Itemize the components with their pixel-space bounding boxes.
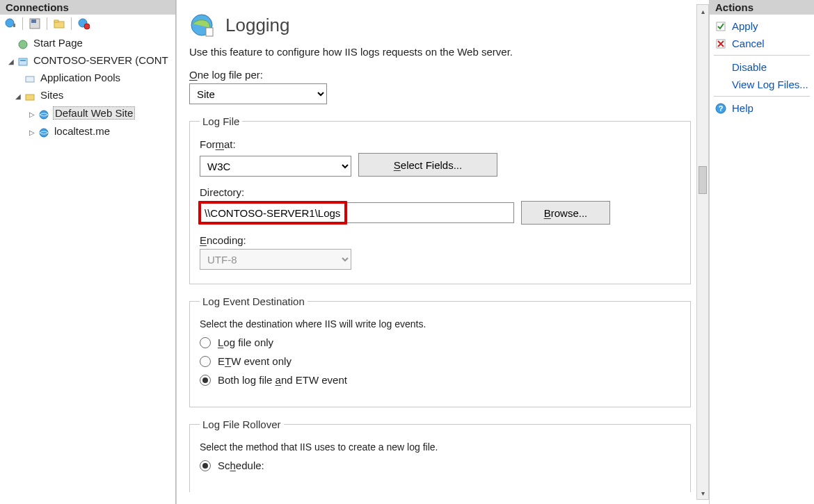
svg-point-13 — [40, 111, 48, 119]
page-title: Logging — [225, 15, 290, 36]
apply-icon — [715, 21, 726, 32]
vertical-scrollbar[interactable]: ▴ ▾ — [696, 4, 709, 500]
svg-rect-3 — [31, 19, 36, 23]
destination-group: Log Event Destination Select the destina… — [189, 295, 691, 407]
browse-button[interactable]: Browse... — [521, 201, 610, 225]
format-select[interactable]: W3C — [200, 156, 351, 177]
globe-icon — [38, 108, 50, 121]
divider — [714, 96, 810, 97]
dest-both[interactable]: Both log file and ETW event — [200, 374, 680, 386]
actions-pane: Actions Apply Cancel Disable View Log Fi… — [710, 0, 814, 504]
radio-checked-icon — [200, 375, 211, 386]
svg-rect-12 — [26, 95, 34, 100]
directory-input[interactable] — [200, 202, 514, 223]
divider — [714, 55, 810, 56]
connections-header: Connections — [0, 0, 175, 15]
dest-etw-only[interactable]: ETW event only — [200, 355, 680, 367]
one-per-label: One log file per: — [189, 69, 691, 81]
svg-point-0 — [6, 19, 14, 27]
expand-icon[interactable]: ▷ — [28, 129, 36, 136]
separator-icon — [22, 17, 23, 30]
tree-server[interactable]: ◢ CONTOSO-SERVER (CONT — [1, 53, 174, 70]
directory-label: Directory: — [200, 186, 680, 198]
format-label: Format: — [200, 138, 680, 150]
rollover-schedule[interactable]: Schedule: — [200, 460, 680, 471]
svg-rect-9 — [19, 58, 27, 65]
open-icon[interactable] — [53, 17, 65, 30]
logging-feature-icon — [189, 13, 214, 38]
home-icon — [17, 38, 29, 51]
log-file-group: Log File Format: W3C Select Fields... Di… — [189, 115, 691, 284]
action-view-logs[interactable]: View Log Files... — [714, 76, 810, 93]
expand-icon[interactable]: ▷ — [28, 111, 36, 118]
destination-legend: Log Event Destination — [200, 295, 308, 307]
globe-icon — [38, 127, 50, 139]
cancel-icon — [715, 38, 726, 49]
separator-icon — [47, 17, 47, 30]
tree-site-default[interactable]: ▷ Default Web Site — [1, 105, 174, 124]
collapse-icon[interactable]: ◢ — [7, 58, 15, 65]
one-per-select[interactable]: Site — [189, 83, 327, 104]
destination-desc: Select the destination where IIS will wr… — [200, 318, 680, 330]
svg-point-14 — [40, 129, 48, 137]
svg-rect-5 — [54, 20, 58, 22]
server-icon — [17, 56, 29, 68]
connections-pane: Connections Start Page ◢ — [0, 0, 176, 504]
scroll-down-icon[interactable]: ▾ — [697, 487, 708, 499]
select-fields-button[interactable]: Select Fields... — [358, 153, 497, 177]
radio-checked-icon — [200, 460, 211, 471]
connections-tree[interactable]: Start Page ◢ CONTOSO-SERVER (CONT Applic… — [0, 33, 175, 144]
svg-rect-10 — [20, 60, 26, 61]
actions-header: Actions — [710, 0, 814, 15]
svg-point-7 — [84, 24, 90, 29]
tree-app-pools[interactable]: Application Pools — [1, 70, 174, 88]
radio-icon — [200, 337, 211, 348]
page-description: Use this feature to configure how IIS lo… — [189, 46, 691, 58]
encoding-select: UTF-8 — [200, 249, 351, 270]
tree-sites[interactable]: ◢ Sites — [1, 88, 174, 105]
action-help[interactable]: ? Help — [714, 99, 810, 117]
collapse-icon[interactable]: ◢ — [14, 92, 22, 100]
scroll-thumb[interactable] — [699, 166, 707, 194]
main-content: Logging Use this feature to configure ho… — [176, 0, 710, 504]
action-disable[interactable]: Disable — [714, 58, 810, 76]
rollover-legend: Log File Rollover — [200, 418, 284, 430]
action-apply[interactable]: Apply — [714, 17, 810, 35]
svg-text:?: ? — [719, 104, 724, 113]
svg-rect-16 — [206, 28, 213, 36]
rollover-group: Log File Rollover Select the method that… — [189, 418, 691, 492]
refresh-icon[interactable] — [4, 17, 17, 30]
folder-icon — [24, 90, 36, 103]
help-icon: ? — [715, 103, 726, 114]
encoding-label: Encoding: — [200, 234, 680, 246]
save-icon[interactable] — [29, 17, 41, 30]
tree-start-page[interactable]: Start Page — [1, 35, 174, 53]
radio-icon — [200, 356, 211, 367]
stop-icon[interactable] — [77, 17, 90, 30]
connections-toolbar — [0, 15, 175, 33]
svg-rect-1 — [13, 24, 15, 27]
scroll-up-icon[interactable]: ▴ — [697, 5, 708, 17]
action-cancel[interactable]: Cancel — [714, 35, 810, 52]
app-pool-icon — [24, 73, 36, 86]
svg-rect-11 — [26, 76, 34, 82]
svg-point-8 — [19, 40, 27, 49]
dest-log-file-only[interactable]: Log file only — [200, 336, 680, 348]
tree-site-localtest[interactable]: ▷ localtest.me — [1, 124, 174, 141]
log-file-legend: Log File — [200, 115, 242, 127]
rollover-desc: Select the method that IIS uses to creat… — [200, 441, 680, 453]
separator-icon — [71, 17, 72, 30]
